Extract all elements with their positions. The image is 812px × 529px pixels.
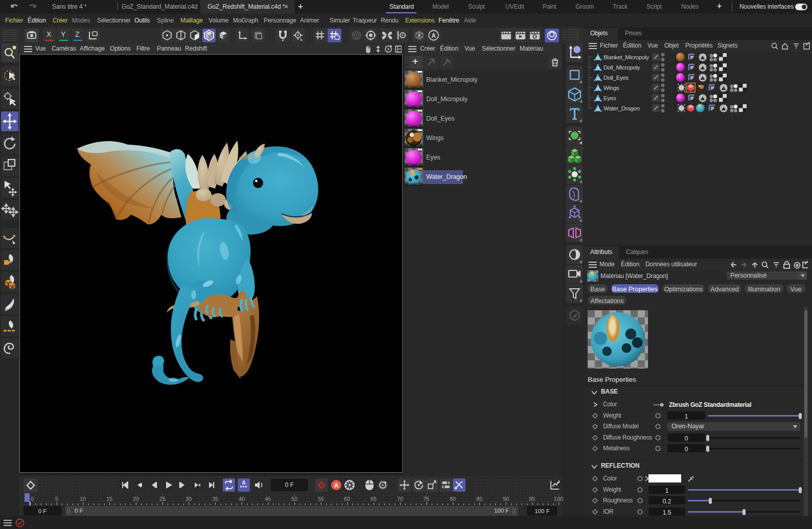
svg-text:A: A bbox=[431, 32, 436, 39]
svg-text:A: A bbox=[334, 482, 339, 489]
svg-text:A: A bbox=[242, 480, 245, 486]
